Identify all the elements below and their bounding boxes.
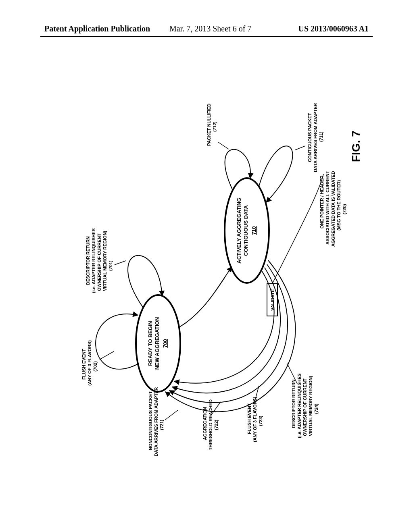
label-724-l2: (i.e. ADAPTER RELINQUISHES xyxy=(297,374,302,438)
state-700-num: 700 xyxy=(162,339,168,348)
label-701-l2: (i.e. ADAPTER RELINQUISHES xyxy=(91,229,96,293)
label-720-l3: AGGREGATED DATA IS VALIDATED xyxy=(331,171,336,247)
state-710-num: 710 xyxy=(251,226,257,235)
label-723-ref: (723) xyxy=(258,416,263,426)
label-720-l2: ASSOCIATED WITH ALL CURRENT xyxy=(325,171,330,245)
state-700-line2: NEW AGGREGATION xyxy=(154,317,160,370)
state-700-line1: READY TO BEGIN xyxy=(147,321,153,366)
label-702-l1: FLUSH EVENT xyxy=(81,349,86,380)
arc-722 xyxy=(169,264,288,403)
label-721-ref: (721) xyxy=(159,420,164,430)
arc-701 xyxy=(128,256,162,307)
arc-700-to-710 xyxy=(179,267,232,327)
label-722-l1: AGGREGATION xyxy=(202,407,207,440)
label-702-ref: (702) xyxy=(93,361,98,372)
label-722-l2: THRESHOLD REACHED xyxy=(208,399,213,450)
arc-702 xyxy=(96,314,139,369)
label-711-ref: (711) xyxy=(319,131,323,142)
label-720-l4: (MSG TO THE ROUTER) xyxy=(336,180,341,231)
label-720-ref: (720) xyxy=(342,204,347,214)
label-723-l1: FLUSH EVENT xyxy=(247,403,252,434)
leader-702 xyxy=(100,351,114,360)
label-701-l3: OWNERSHIP OF CURRENT xyxy=(97,233,102,291)
label-712-ref: (712) xyxy=(212,121,217,132)
label-724-l4: VIRTUAL MEMORY REGION) xyxy=(308,376,313,436)
label-701-l4: VIRTUAL MEMORY REGION) xyxy=(102,231,107,291)
label-711-l2: DATA ARRIVES FROM ADAPTER xyxy=(313,103,318,172)
label-724-l3: OWNERSHIP OF CURRENT xyxy=(302,378,307,436)
label-721-l1: NONCONTIGUOUS PACKET xyxy=(148,391,153,450)
leader-720 xyxy=(272,174,323,284)
label-701-ref: (701) xyxy=(108,260,113,271)
label-722-ref: (722) xyxy=(214,420,219,430)
arc-723 xyxy=(172,268,280,393)
arc-712 xyxy=(225,150,250,190)
arc-724 xyxy=(174,271,274,383)
arc-721 xyxy=(165,260,295,411)
label-724-l1: DESCRIPTOR RETURN xyxy=(291,379,296,428)
leader-701 xyxy=(115,261,126,265)
label-723-l2: (ANY OF 3 FLAVORS) xyxy=(252,397,257,442)
label-712-l1: PACKET NULLIFIED xyxy=(206,104,211,146)
label-701-l1: DESCRIPTOR RETURN xyxy=(86,236,90,285)
leader-712 xyxy=(218,142,229,149)
label-720-l1: ONE POINTER / HEADER xyxy=(319,176,324,229)
arc-711 xyxy=(259,146,293,202)
state-diagram: READY TO BEGIN NEW AGGREGATION 700 ACTIV… xyxy=(0,0,413,532)
leader-711 xyxy=(295,146,305,150)
label-702-l2: (ANY OF 3 FLAVORS) xyxy=(87,340,92,386)
figure-label: FIG. 7 xyxy=(350,131,362,162)
leader-721 xyxy=(165,410,178,420)
state-710-line1: ACTIVELY AGGREGATING xyxy=(236,197,242,263)
state-710-line2: CONTIGUOUS DATA xyxy=(243,205,249,256)
label-721-l2: DATA ARRIVES FROM ADAPTER xyxy=(154,387,159,456)
label-724-ref: (724) xyxy=(314,403,319,414)
label-711-l1: CONTIGUOUS PACKET xyxy=(307,113,312,162)
